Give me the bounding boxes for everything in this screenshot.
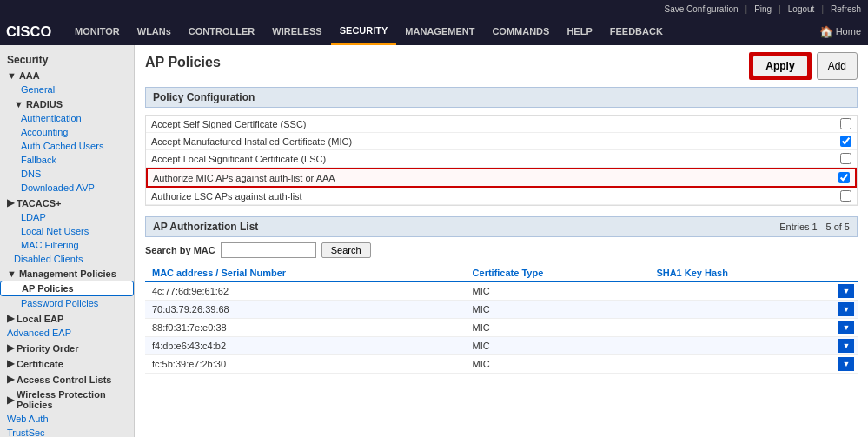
sidebar-group-certificate[interactable]: ▶ Certificate <box>0 355 134 371</box>
cell-dropdown[interactable]: ▼ <box>835 301 858 319</box>
col-actions <box>835 265 858 281</box>
search-input[interactable] <box>221 242 316 258</box>
apply-button[interactable]: Apply <box>752 55 808 77</box>
cell-dropdown[interactable]: ▼ <box>835 337 858 355</box>
sidebar-item-dns[interactable]: DNS <box>0 167 134 181</box>
nav-wireless[interactable]: WIRELESS <box>263 17 330 45</box>
row-dropdown-button[interactable]: ▼ <box>838 339 854 353</box>
sidebar: Security ▼ AAA General ▼ RADIUS Authenti… <box>0 45 135 437</box>
sidebar-item-trustsec[interactable]: TrustSec <box>0 426 134 437</box>
nav-feedback[interactable]: FEEDBACK <box>601 17 672 45</box>
nav-security[interactable]: SECURITY <box>331 17 397 45</box>
col-cert: Certificate Type <box>466 265 650 281</box>
mgmt-arrow: ▼ <box>7 268 17 279</box>
priority-label: Priority Order <box>17 343 79 354</box>
tacacs-label: TACACS+ <box>17 198 61 209</box>
sidebar-item-disabled-clients[interactable]: Disabled Clients <box>0 252 134 266</box>
row-dropdown-button[interactable]: ▼ <box>838 357 854 371</box>
page-title: AP Policies <box>145 55 221 70</box>
sidebar-group-wireless-protection[interactable]: ▶ Wireless Protection Policies <box>0 387 134 412</box>
top-bar: Save Configuration | Ping | Logout | Ref… <box>0 0 868 17</box>
policy-label-auth-lsc: Authorize LSC APs against auth-list <box>151 191 833 202</box>
entries-count: Entries 1 - 5 of 5 <box>779 222 850 232</box>
table-row: f4:db:e6:43:c4:b2 MIC ▼ <box>145 337 858 355</box>
policy-label-mic: Accept Manufactured Installed Certificat… <box>151 136 833 147</box>
aaa-label: AAA <box>19 70 40 81</box>
nav-monitor[interactable]: MONITOR <box>66 17 129 45</box>
nav-controller[interactable]: CONTROLLER <box>180 17 263 45</box>
cell-sha <box>649 281 835 301</box>
sidebar-item-fallback[interactable]: Fallback <box>0 153 134 167</box>
sidebar-group-priority-order[interactable]: ▶ Priority Order <box>0 340 134 355</box>
row-dropdown-button[interactable]: ▼ <box>838 302 854 316</box>
nav-help[interactable]: HELP <box>558 17 600 45</box>
sidebar-item-ldap[interactable]: LDAP <box>0 210 134 224</box>
sidebar-item-advanced-eap[interactable]: Advanced EAP <box>0 326 134 340</box>
sidebar-group-local-eap[interactable]: ▶ Local EAP <box>0 310 134 326</box>
aaa-arrow: ▼ <box>7 70 17 81</box>
sidebar-group-mgmt-policies[interactable]: ▼ Management Policies <box>0 266 134 281</box>
policy-row-mic: Accept Manufactured Installed Certificat… <box>146 133 857 150</box>
policy-row-auth-lsc: Authorize LSC APs against auth-list <box>146 188 857 205</box>
sidebar-item-auth-cached[interactable]: Auth Cached Users <box>0 139 134 153</box>
logout-link[interactable]: Logout <box>788 4 815 14</box>
tacacs-arrow: ▶ <box>7 197 14 209</box>
sidebar-item-downloaded-avp[interactable]: Downloaded AVP <box>0 181 134 195</box>
wp-arrow: ▶ <box>7 394 14 406</box>
action-buttons: Apply Add <box>749 52 858 80</box>
sidebar-item-general[interactable]: General <box>0 83 134 96</box>
sidebar-item-local-net-users[interactable]: Local Net Users <box>0 224 134 238</box>
auth-list-table: MAC address / Serial Number Certificate … <box>145 265 858 374</box>
cell-sha <box>649 355 835 374</box>
policy-checkbox-auth-lsc[interactable] <box>840 190 851 202</box>
policy-checkbox-ssc[interactable] <box>840 118 851 129</box>
table-row: fc:5b:39:e7:2b:30 MIC ▼ <box>145 355 858 374</box>
col-sha: SHA1 Key Hash <box>649 265 835 281</box>
policy-checkbox-mic[interactable] <box>840 136 851 147</box>
nav-commands[interactable]: COMMANDS <box>483 17 558 45</box>
cell-dropdown[interactable]: ▼ <box>835 319 858 337</box>
sidebar-item-accounting[interactable]: Accounting <box>0 125 134 139</box>
save-config-link[interactable]: Save Configuration <box>664 4 738 14</box>
cell-cert: MIC <box>466 355 650 374</box>
ping-link[interactable]: Ping <box>754 4 772 14</box>
wp-label: Wireless Protection Policies <box>17 389 130 410</box>
sidebar-item-password-policies[interactable]: Password Policies <box>0 296 134 310</box>
policy-checkbox-lsc[interactable] <box>840 153 851 164</box>
acl-arrow: ▶ <box>7 374 14 385</box>
nav-items: MONITOR WLANs CONTROLLER WIRELESS SECURI… <box>66 17 819 45</box>
apply-box: Apply <box>749 52 811 80</box>
sidebar-group-tacacs[interactable]: ▶ TACACS+ <box>0 195 134 210</box>
policy-checkbox-auth-mic[interactable] <box>838 172 850 183</box>
home-label: Home <box>836 26 861 36</box>
row-dropdown-button[interactable]: ▼ <box>838 321 854 334</box>
auth-list-section: AP Authorization List Entries 1 - 5 of 5 <box>145 216 858 237</box>
col-mac: MAC address / Serial Number <box>145 265 466 281</box>
cert-arrow: ▶ <box>7 358 14 369</box>
cell-cert: MIC <box>466 337 650 355</box>
cell-dropdown[interactable]: ▼ <box>835 281 858 301</box>
sidebar-item-ap-policies[interactable]: AP Policies <box>0 281 134 296</box>
home-button[interactable]: 🏠 Home <box>819 25 861 38</box>
sidebar-group-aaa[interactable]: ▼ AAA <box>0 68 134 83</box>
sidebar-item-authentication[interactable]: Authentication <box>0 111 134 125</box>
nav-wlans[interactable]: WLANs <box>129 17 180 45</box>
sidebar-group-acl[interactable]: ▶ Access Control Lists <box>0 371 134 387</box>
cell-mac: 70:d3:79:26:39:68 <box>145 301 466 319</box>
cell-sha <box>649 319 835 337</box>
cell-mac: f4:db:e6:43:c4:b2 <box>145 337 466 355</box>
row-dropdown-button[interactable]: ▼ <box>838 284 854 298</box>
cell-dropdown[interactable]: ▼ <box>835 355 858 374</box>
search-button[interactable]: Search <box>321 242 371 258</box>
add-button[interactable]: Add <box>817 52 858 80</box>
sidebar-item-mac-filtering[interactable]: MAC Filtering <box>0 238 134 252</box>
sidebar-item-web-auth[interactable]: Web Auth <box>0 412 134 426</box>
cell-sha <box>649 337 835 355</box>
top-bar-links: Save Configuration | Ping | Logout | Ref… <box>664 4 861 14</box>
search-by-mac-label: Search by MAC <box>145 245 215 255</box>
cell-cert: MIC <box>466 281 650 301</box>
refresh-link[interactable]: Refresh <box>831 4 861 14</box>
cisco-logo: CISCO <box>3 19 56 43</box>
nav-management[interactable]: MANAGEMENT <box>396 17 483 45</box>
sidebar-group-radius[interactable]: ▼ RADIUS <box>0 96 134 111</box>
